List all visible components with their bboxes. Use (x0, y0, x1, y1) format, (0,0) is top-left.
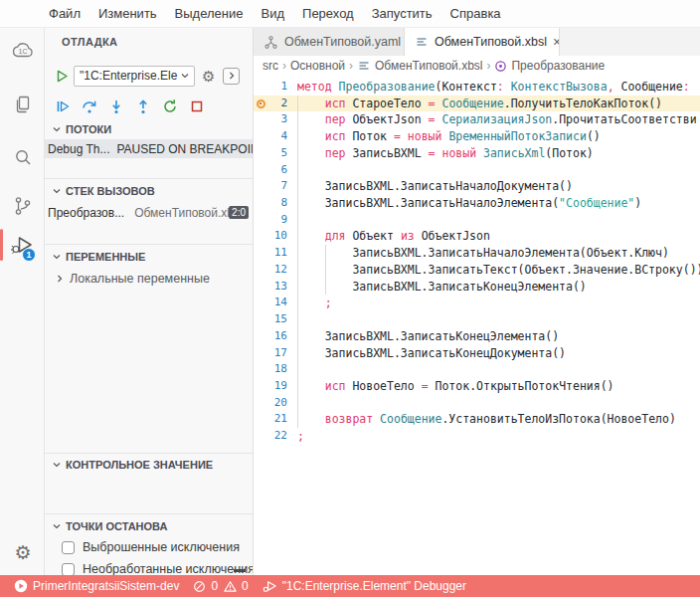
workspace-status[interactable]: PrimerIntegratsiiSistem-dev (14, 579, 179, 593)
stack-frame-position-badge: 2:0 (229, 206, 249, 219)
file-lines-icon (357, 59, 371, 73)
breakpoints-section-header[interactable]: ТОЧКИ ОСТАНОВА (45, 517, 253, 535)
menu-item-2[interactable]: Выделение (166, 0, 253, 27)
line-number: 2 (267, 96, 287, 112)
line-number: 12 (267, 262, 287, 279)
menu-bar: ФайлИзменитьВыделениеВидПереходЗапустить… (0, 0, 700, 28)
code-text[interactable]: исп НовоеТело = Поток.ОткрытьПотокЧтения… (287, 378, 614, 395)
tab-bar: ОбменТиповой.yamlОбменТиповой.xbsl× (254, 28, 700, 56)
menu-item-5[interactable]: Запустить (363, 0, 441, 27)
source-control-icon[interactable] (10, 193, 36, 219)
stack-frame-name: Преобразов... (48, 206, 124, 220)
breakpoints-list: Выброшенные исключенияНеобработанные иск… (45, 536, 253, 575)
method-icon (494, 60, 507, 73)
code-text[interactable]: пер ОбъектJson = СериализацияJson.Прочит… (287, 111, 697, 128)
breadcrumb-item[interactable]: Основной (290, 59, 345, 73)
variables-header-label: ПЕРЕМЕННЫЕ (66, 251, 145, 263)
breakpoint-item-0[interactable]: Выброшенные исключения (45, 536, 253, 558)
run-config-select[interactable]: "1C:Enterprise.Ele (74, 66, 195, 87)
code-line: 14 ; (254, 295, 700, 311)
step-into-button[interactable] (108, 99, 124, 114)
menu-item-0[interactable]: Файл (40, 0, 89, 27)
threads-section-header[interactable]: ПОТОКИ (45, 120, 253, 138)
open-panel-button[interactable] (223, 68, 240, 85)
line-number: 9 (267, 212, 287, 229)
debug-settings-gear-icon[interactable]: ⚙ (202, 69, 215, 84)
code-text[interactable]: ; (287, 295, 332, 311)
menu-item-3[interactable]: Вид (253, 0, 294, 27)
menu-item-6[interactable]: Справка (441, 0, 510, 27)
code-text[interactable]: ЗаписьВXML.ЗаписатьНачалоЭлемента("Сообщ… (287, 195, 641, 212)
breadcrumb-item[interactable]: src (262, 59, 278, 73)
step-over-button[interactable] (82, 99, 97, 114)
menu-item-4[interactable]: Переход (293, 0, 363, 27)
debug-play-icon (262, 579, 277, 593)
code-text[interactable]: ЗаписьВXML.ЗаписатьКонецЭлемента() (287, 328, 559, 345)
svg-text:1C: 1C (19, 48, 28, 55)
breakpoints-header-label: ТОЧКИ ОСТАНОВА (66, 520, 167, 532)
indent-guide (325, 245, 326, 295)
code-area[interactable]: 1метод Преобразование(Контекст: Контекст… (254, 76, 700, 575)
gutter-breakpoint-area[interactable] (254, 100, 267, 108)
section-divider (45, 178, 253, 179)
code-text[interactable]: ЗаписьВXML.ЗаписатьКонецЭлемента() (287, 279, 587, 296)
code-text[interactable]: ЗаписьВXML.ЗаписатьТекст(Объект.Значение… (287, 262, 700, 279)
stack-frame-row[interactable]: Преобразов... ОбменТиповой.xbsl 2:0 (45, 203, 253, 222)
scrollbar-thumb[interactable] (234, 569, 246, 572)
code-text[interactable]: исп Поток = новый ВременныйПотокЗаписи() (287, 128, 601, 145)
stop-button[interactable] (189, 99, 205, 114)
chevron-right-icon: › (486, 59, 490, 73)
code-line: 22; (254, 428, 700, 445)
search-icon[interactable] (10, 145, 36, 171)
code-text[interactable]: ЗаписьВXML.ЗаписатьКонецДокумента() (287, 345, 566, 362)
code-text[interactable]: пер ЗаписьВXML = новый ЗаписьXml(Поток) (287, 145, 594, 162)
callstack-header-label: СТЕК ВЫЗОВОВ (66, 185, 155, 197)
line-number: 14 (267, 295, 287, 311)
checkbox-unchecked[interactable] (62, 541, 75, 554)
local-variables-item[interactable]: Локальные переменные (45, 269, 253, 288)
code-line: 1метод Преобразование(Контекст: Контекст… (254, 79, 700, 96)
breakpoint-item-1[interactable]: Необработанные исключения (45, 558, 253, 575)
line-number: 4 (267, 128, 287, 145)
onec-cloud-icon[interactable]: 1C (10, 38, 36, 64)
step-out-button[interactable] (135, 99, 151, 114)
warnings-status[interactable]: 0 (224, 579, 249, 593)
files-icon[interactable] (10, 92, 36, 117)
code-line: 3 пер ОбъектJson = СериализацияJson.Проч… (254, 111, 700, 128)
code-text[interactable]: ЗаписьВXML.ЗаписатьНачалоЭлемента(Объект… (287, 245, 669, 262)
menu-item-1[interactable]: Изменить (89, 0, 166, 27)
line-number: 3 (267, 111, 287, 128)
breakpoint-icon[interactable] (257, 100, 265, 108)
debugger-status[interactable]: "1C:Enterprise.Element" Debugger (262, 579, 466, 593)
continue-button[interactable] (55, 99, 71, 114)
callstack-section-header[interactable]: СТЕК ВЫЗОВОВ (45, 182, 253, 200)
breadcrumb-item[interactable]: ОбменТиповой.xbsl (357, 59, 482, 73)
code-text[interactable]: для Объект из ОбъектJson (287, 228, 490, 245)
code-text[interactable]: исп СтароеТело = Сообщение.ПолучитьТелоК… (287, 96, 662, 112)
breadcrumb-item[interactable]: Преобразование (494, 59, 605, 73)
variables-section-header[interactable]: ПЕРЕМЕННЫЕ (45, 248, 253, 266)
local-variables-label: Локальные переменные (70, 272, 210, 286)
tab-inactive[interactable]: ОбменТиповой.yaml (254, 28, 405, 56)
code-text[interactable]: ; (287, 428, 304, 445)
code-text[interactable]: возврат Сообщение.УстановитьТелоИзПотока… (287, 411, 676, 428)
start-debug-button[interactable] (55, 69, 69, 84)
thread-row[interactable]: Debug Th... PAUSED ON BREAKPOINT (45, 139, 253, 158)
tab-active[interactable]: ОбменТиповой.xbsl× (405, 28, 560, 56)
breadcrumb-label: ОбменТиповой.xbsl (375, 59, 482, 73)
chevron-down-icon (52, 186, 62, 196)
code-text[interactable]: ЗаписьВXML.ЗаписатьНачалоДокумента() (287, 178, 573, 195)
checkbox-unchecked[interactable] (62, 563, 75, 576)
errors-status[interactable]: 0 (193, 579, 218, 593)
chevron-down-icon (180, 71, 190, 81)
restart-button[interactable] (162, 99, 178, 114)
code-text[interactable]: метод Преобразование(Контекст: КонтекстВ… (287, 79, 690, 96)
line-number: 7 (267, 178, 287, 195)
settings-gear-icon[interactable]: ⚙ (10, 539, 36, 565)
breadcrumb: src›Основной›ОбменТиповой.xbsl›Преобразо… (254, 56, 700, 76)
watch-section-header[interactable]: КОНТРОЛЬНОЕ ЗНАЧЕНИЕ (45, 456, 253, 474)
chevron-right-icon: › (349, 59, 353, 73)
code-line: 5 пер ЗаписьВXML = новый ЗаписьXml(Поток… (254, 145, 700, 162)
status-bar: PrimerIntegratsiiSistem-dev 0 0 "1C:Ente… (0, 575, 700, 597)
close-icon[interactable]: × (553, 35, 560, 49)
